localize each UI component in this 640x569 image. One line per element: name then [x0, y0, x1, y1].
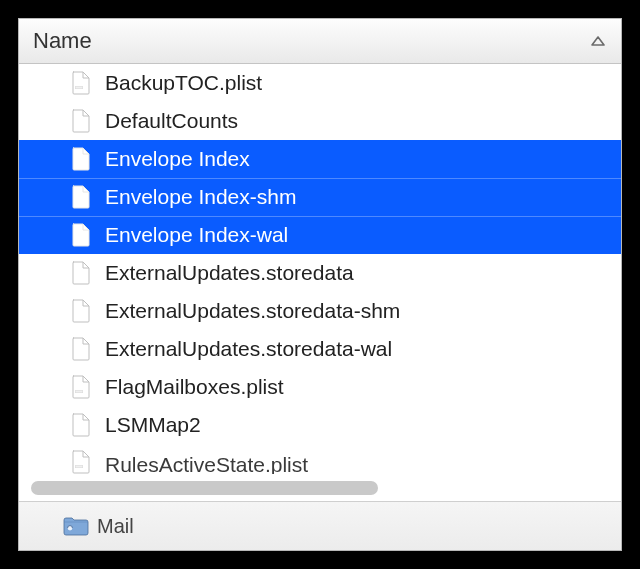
file-row[interactable]: ExternalUpdates.storedata-shm [19, 292, 621, 330]
path-bar[interactable]: Mail [19, 501, 621, 550]
file-name-label: DefaultCounts [71, 109, 238, 133]
file-name-label: Envelope Index-wal [71, 223, 288, 247]
file-row[interactable]: DefaultCounts [19, 102, 621, 140]
file-row[interactable]: RulesActiveState.plist [19, 444, 621, 474]
svg-rect-3 [76, 391, 83, 393]
column-header[interactable]: Name [19, 19, 621, 64]
finder-window: Name BackupTOC.plist DefaultCounts Envel… [18, 18, 622, 551]
generic-file-icon [71, 185, 91, 209]
generic-file-icon [71, 413, 91, 437]
mail-folder-icon [63, 515, 89, 537]
file-name-label: BackupTOC.plist [71, 71, 262, 95]
file-row[interactable]: Envelope Index [19, 140, 621, 178]
file-row[interactable]: BackupTOC.plist [19, 64, 621, 102]
file-name-label: RulesActiveState.plist [71, 453, 308, 474]
sort-ascending-icon [591, 36, 605, 46]
column-header-label: Name [33, 28, 92, 54]
svg-rect-1 [76, 87, 83, 89]
file-row[interactable]: FlagMailboxes.plist [19, 368, 621, 406]
generic-file-icon [71, 337, 91, 361]
file-list[interactable]: BackupTOC.plist DefaultCounts Envelope I… [19, 64, 621, 501]
generic-file-icon [71, 299, 91, 323]
horizontal-scrollbar[interactable] [31, 481, 609, 497]
file-name-label: Envelope Index [71, 147, 250, 171]
file-row[interactable]: ExternalUpdates.storedata [19, 254, 621, 292]
file-name-label: Envelope Index-shm [71, 185, 296, 209]
file-name-label: ExternalUpdates.storedata-wal [71, 337, 392, 361]
file-row[interactable]: Envelope Index-wal [19, 216, 621, 254]
plist-file-icon [71, 71, 91, 95]
file-name-label: ExternalUpdates.storedata [71, 261, 354, 285]
file-row[interactable]: LSMMap2 [19, 406, 621, 444]
generic-file-icon [71, 261, 91, 285]
file-row[interactable]: Envelope Index-shm [19, 178, 621, 216]
generic-file-icon [71, 223, 91, 247]
generic-file-icon [71, 109, 91, 133]
scrollbar-thumb[interactable] [31, 481, 378, 495]
file-name-label: FlagMailboxes.plist [71, 375, 284, 399]
plist-file-icon [71, 375, 91, 399]
file-row[interactable]: ExternalUpdates.storedata-wal [19, 330, 621, 368]
file-name-label: ExternalUpdates.storedata-shm [71, 299, 400, 323]
generic-file-icon [71, 147, 91, 171]
